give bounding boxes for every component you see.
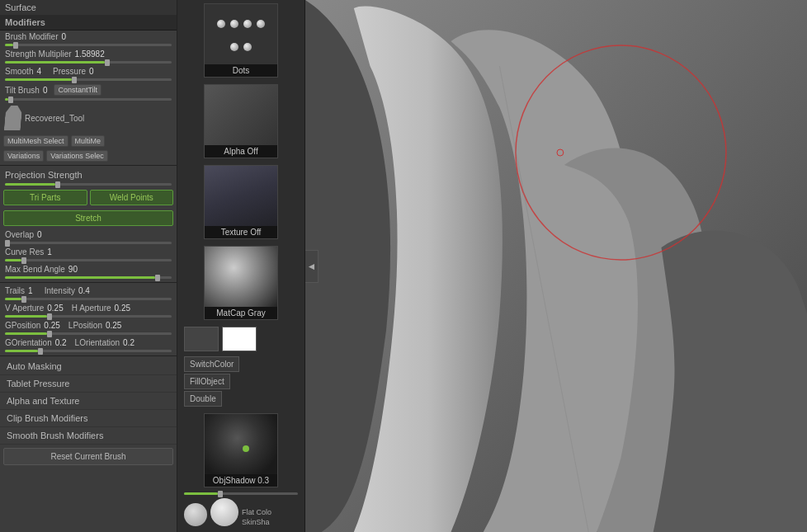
stretch-button[interactable]: Stretch bbox=[3, 210, 173, 226]
primary-color-swatch[interactable] bbox=[184, 327, 219, 351]
weld-points-button[interactable]: Weld Points bbox=[90, 190, 174, 205]
auto-masking-item[interactable]: Auto Masking bbox=[0, 358, 177, 375]
tilt-brush-label: Tilt Brush bbox=[5, 86, 40, 95]
curve-res-label: Curve Res bbox=[5, 247, 44, 257]
texture-off-button[interactable]: Texture Off bbox=[204, 165, 278, 239]
reset-current-brush-button[interactable]: Reset Current Brush bbox=[3, 448, 173, 465]
lposition-value: 0.25 bbox=[106, 321, 121, 330]
strength-multiplier-slider[interactable] bbox=[5, 61, 172, 64]
surface-button[interactable]: Surface bbox=[0, 0, 177, 15]
tri-parts-button[interactable]: Tri Parts bbox=[3, 190, 87, 205]
switch-color-button[interactable]: SwitchColor bbox=[184, 356, 239, 372]
objshadow-button[interactable]: ObjShadow 0.3 bbox=[204, 413, 278, 487]
lorientation-label: LOrientation bbox=[75, 338, 120, 347]
vaperture-label: V Aperture bbox=[5, 304, 44, 313]
double-button[interactable]: Double bbox=[184, 391, 222, 407]
max-bend-row: Max Bend Angle 90 bbox=[0, 263, 177, 275]
position-slider[interactable] bbox=[5, 332, 172, 335]
modifiers-header: Modifiers bbox=[0, 15, 177, 31]
aperture-slider[interactable] bbox=[5, 315, 172, 318]
max-bend-label: Max Bend Angle bbox=[5, 265, 65, 274]
overlap-slider[interactable] bbox=[5, 242, 172, 244]
gorientation-lorientation-row: GOrientation 0.2 LOrientation 0.2 bbox=[0, 337, 177, 349]
multim-button[interactable]: MultiMe bbox=[71, 135, 106, 147]
variations-select-button[interactable]: Variations Selec bbox=[46, 150, 107, 162]
color-swatch-row bbox=[177, 323, 304, 355]
dots-button[interactable]: Dots bbox=[204, 3, 278, 78]
tablet-pressure-item[interactable]: Tablet Pressure bbox=[0, 375, 177, 393]
fill-object-button[interactable]: FillObject bbox=[184, 374, 230, 389]
pressure-label: Pressure bbox=[53, 67, 86, 76]
alpha-and-texture-item[interactable]: Alpha and Texture bbox=[0, 393, 177, 410]
objshadow-preview bbox=[205, 414, 277, 474]
texture-off-preview bbox=[205, 166, 277, 226]
curve-res-row: Curve Res 1 bbox=[0, 246, 177, 258]
alpha-off-preview bbox=[205, 85, 277, 145]
projection-strength-label: Projection Strength bbox=[0, 167, 177, 182]
dot-3 bbox=[243, 20, 252, 28]
overlap-row: Overlap 0 bbox=[0, 228, 177, 241]
objshadow-dot bbox=[243, 445, 249, 452]
matcap-preview bbox=[205, 247, 277, 307]
variations-row: Variations Variations Selec bbox=[0, 148, 177, 163]
smooth-value: 4 bbox=[36, 67, 41, 76]
orientation-slider[interactable] bbox=[5, 350, 172, 352]
objshadow-slider[interactable] bbox=[184, 492, 298, 495]
left-panel: Surface Modifiers Brush Modifier 0 Stren… bbox=[0, 0, 177, 532]
intensity-label: Intensity bbox=[45, 286, 75, 295]
curve-res-slider[interactable] bbox=[5, 259, 172, 261]
texture-off-label: Texture Off bbox=[205, 226, 277, 238]
tilt-brush-row: Tilt Brush 0 ConstantTilt bbox=[0, 82, 177, 97]
clip-brush-modifiers-item[interactable]: Clip Brush Modifiers bbox=[0, 410, 177, 427]
flat-skin-row: Flat Colo SkinSha bbox=[177, 497, 304, 528]
gorientation-label: GOrientation bbox=[5, 338, 52, 347]
max-bend-value: 90 bbox=[68, 265, 78, 274]
tool-icon-shape bbox=[4, 106, 23, 130]
brush-modifier-value: 0 bbox=[61, 32, 66, 41]
gposition-label: GPosition bbox=[5, 321, 40, 330]
dot-5 bbox=[230, 43, 238, 51]
panel-toggle-button[interactable]: ◄ bbox=[305, 250, 319, 283]
lposition-label: LPosition bbox=[68, 321, 102, 330]
toggle-arrow-icon: ◄ bbox=[307, 261, 317, 272]
tilt-brush-slider[interactable] bbox=[5, 98, 172, 101]
vaperture-haperture-row: V Aperture 0.25 H Aperture 0.25 bbox=[0, 302, 177, 314]
gposition-value: 0.25 bbox=[44, 321, 59, 330]
divider-3 bbox=[0, 355, 177, 356]
smooth-brush-modifiers-item[interactable]: Smooth Brush Modifiers bbox=[0, 427, 177, 445]
viewport bbox=[305, 0, 807, 532]
trails-label: Trails bbox=[5, 286, 25, 295]
brush-modifier-slider[interactable] bbox=[5, 44, 172, 46]
dot-1 bbox=[217, 20, 225, 28]
gposition-lposition-row: GPosition 0.25 LPosition 0.25 bbox=[0, 319, 177, 332]
alpha-off-label: Alpha Off bbox=[205, 145, 277, 158]
alpha-off-button[interactable]: Alpha Off bbox=[204, 84, 278, 158]
overlap-label: Overlap bbox=[5, 230, 34, 239]
middle-panel: Dots Alpha Off Texture Off MatCap Gray S… bbox=[177, 0, 305, 532]
strength-multiplier-value: 1.58982 bbox=[75, 49, 105, 59]
flat-color-sphere[interactable] bbox=[184, 503, 207, 526]
brush-modifier-label: Brush Modifier bbox=[5, 32, 58, 41]
multimesh-select-button[interactable]: MultiMesh Select bbox=[3, 135, 68, 147]
skin-shade-sphere[interactable] bbox=[210, 498, 238, 526]
max-bend-slider[interactable] bbox=[5, 276, 172, 279]
brush-modifier-row: Brush Modifier 0 bbox=[0, 31, 177, 43]
objshadow-label: ObjShadow 0.3 bbox=[205, 474, 277, 487]
trails-intensity-row: Trails 1 Intensity 0.4 bbox=[0, 285, 177, 297]
secondary-color-swatch[interactable] bbox=[222, 327, 257, 351]
variations-button[interactable]: Variations bbox=[3, 150, 44, 162]
constant-tilt-button[interactable]: ConstantTilt bbox=[54, 84, 101, 96]
divider-2 bbox=[0, 282, 177, 283]
trails-value: 1 bbox=[28, 286, 33, 295]
multimesh-row: MultiMesh Select MultiMe bbox=[0, 134, 177, 148]
switch-fill-section: SwitchColor FillObject Double bbox=[177, 355, 304, 410]
dot-4 bbox=[257, 20, 265, 28]
trails-slider[interactable] bbox=[5, 298, 172, 300]
smooth-slider[interactable] bbox=[5, 78, 172, 81]
smooth-pressure-row: Smooth 4 Pressure 0 bbox=[0, 65, 177, 78]
projection-strength-slider[interactable] bbox=[5, 183, 172, 186]
curve-res-value: 1 bbox=[47, 247, 52, 257]
matcap-gray-button[interactable]: MatCap Gray bbox=[204, 246, 278, 320]
haperture-value: 0.25 bbox=[115, 304, 130, 313]
dots-label: Dots bbox=[205, 64, 277, 77]
